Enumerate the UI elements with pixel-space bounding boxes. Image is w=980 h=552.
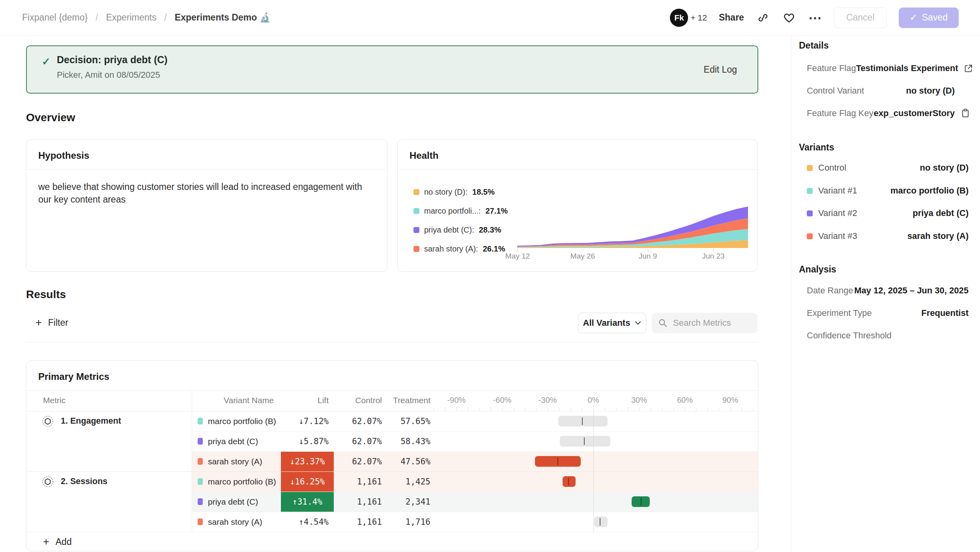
all-variants-dropdown[interactable]: All Variants [578, 313, 646, 333]
clipboard-copy-icon[interactable] [960, 109, 971, 118]
health-stacked-area-chart [517, 204, 748, 249]
variant-label: Variant #1 [818, 186, 857, 196]
zero-axis-line [593, 406, 594, 532]
table-row[interactable]: marco portfolio (B) ↓7.12% 62.07% 57.65% [192, 411, 758, 431]
detail-value-link[interactable]: Testimonials Experiment [856, 63, 958, 73]
cancel-button[interactable]: Cancel [834, 8, 887, 28]
plus-icon: + [43, 537, 49, 547]
variant-color-swatch [198, 498, 203, 505]
control-value: 62.07% [323, 431, 382, 451]
legend-swatch [413, 246, 419, 252]
legend-value: 27.1% [485, 207, 508, 216]
row-divider [192, 512, 758, 512]
metric-group-sessions[interactable]: 2. Sessions [42, 471, 107, 492]
axis-minor-tick [696, 407, 696, 411]
table-row[interactable]: marco portfolio (B) ↓16.25% 1,161 1,425 [192, 471, 758, 492]
axis-minor-tick [662, 407, 662, 411]
collaborators[interactable]: Fk + 12 [670, 9, 707, 27]
axis-minor-tick [434, 407, 434, 411]
ci-point-tick [600, 518, 600, 526]
confidence-interval-bar [558, 416, 608, 426]
table-row[interactable]: sarah story (A) ↑4.54% 1,161 1,716 [192, 512, 758, 532]
legend-label: priya debt (C): [424, 225, 474, 235]
legend-swatch [413, 227, 419, 233]
axis-tick-label: 0% [588, 396, 599, 405]
top-bar-actions: Fk + 12 Share ⋯ Cancel ✓ Saved [670, 0, 959, 35]
axis-minor-tick [559, 407, 559, 411]
sidebar-divider [791, 35, 791, 552]
ci-point-tick [582, 417, 583, 425]
external-link-icon[interactable] [964, 64, 973, 73]
axis-minor-tick [616, 407, 617, 411]
results-title: Results [26, 288, 66, 301]
variant-name: marco portfolio (B) [208, 477, 276, 486]
axis-minor-tick [628, 407, 628, 411]
health-legend-item: marco portfoli...: 27.1% [413, 207, 508, 215]
treatment-value: 1,716 [381, 512, 430, 532]
confidence-interval-bar [560, 436, 610, 447]
table-row[interactable]: sarah story (A) ↓23.37% 62.07% 47.56% [192, 451, 758, 471]
variant-color-swatch [198, 438, 203, 445]
axis-minor-tick [570, 407, 571, 411]
variant-label: Variant #2 [818, 208, 857, 218]
saved-button[interactable]: ✓ Saved [899, 8, 959, 28]
variant-color-swatch [807, 233, 813, 239]
confidence-interval-bar [632, 496, 650, 507]
ci-point-tick [584, 437, 585, 445]
axis-minor-tick [605, 407, 605, 411]
axis-tick-label: -90% [447, 396, 466, 405]
detail-row-feature-flag-key: Feature Flag Key exp_customerStory [807, 107, 971, 120]
axis-tick-label: -60% [493, 396, 512, 405]
variant-value: no story (D) [920, 163, 969, 173]
hypothesis-text[interactable]: we believe that showing customer stories… [38, 180, 378, 206]
control-value: 1,161 [323, 512, 382, 532]
table-row[interactable]: priya debt (C) ↑31.4% 1,161 2,341 [192, 492, 758, 512]
row-divider [192, 431, 758, 432]
favorite-heart-icon[interactable] [782, 11, 796, 25]
axis-minor-tick [593, 407, 594, 411]
more-options-icon[interactable]: ⋯ [808, 11, 822, 25]
add-metric-button[interactable]: + Add [26, 532, 758, 551]
x-axis-label: Jun 9 [639, 252, 657, 261]
copy-link-icon[interactable] [756, 11, 770, 25]
variant-value: sarah story (A) [907, 231, 969, 241]
axis-minor-tick [730, 407, 731, 411]
axis-minor-tick [742, 407, 742, 411]
decision-subtitle: Picker, Amit on 08/05/2025 [57, 70, 160, 80]
collaborator-count: + 12 [690, 13, 707, 23]
edit-log-button[interactable]: Edit Log [704, 46, 737, 93]
breadcrumb: Fixpanel {demo} / Experiments / Experime… [22, 0, 271, 35]
card-divider [26, 169, 387, 170]
treatment-value: 58.43% [381, 431, 430, 451]
hypothesis-card-title: Hypothesis [38, 150, 89, 161]
legend-swatch [413, 189, 419, 195]
variant-row-2: Variant #2 priya debt (C) [807, 207, 969, 220]
health-legend-item: priya debt (C): 28.3% [413, 225, 501, 234]
search-metrics-box [652, 313, 757, 333]
analysis-row-confidence-threshold: Confidence Threshold [807, 329, 969, 342]
variant-value: priya debt (C) [913, 208, 969, 218]
breadcrumb-experiments[interactable]: Experiments [106, 12, 157, 23]
metric-icon [42, 415, 54, 427]
axis-minor-tick [514, 407, 514, 411]
share-button[interactable]: Share [719, 12, 744, 23]
avatar[interactable]: Fk [670, 9, 688, 27]
metric-group-engagement[interactable]: 1. Engagement [42, 411, 121, 431]
variant-row-3: Variant #3 sarah story (A) [807, 229, 969, 243]
saved-button-label: Saved [922, 12, 948, 23]
all-variants-label: All Variants [583, 318, 630, 328]
plus-icon: + [36, 317, 42, 328]
analysis-row-experiment-type: Experiment Type Frequentist [807, 306, 969, 320]
legend-label: no story (D): [424, 188, 468, 197]
table-row[interactable]: priya debt (C) ↓5.87% 62.07% 58.43% [192, 431, 758, 451]
section-divider [26, 342, 757, 342]
col-header-metric: Metric [43, 396, 65, 405]
axis-minor-tick [502, 407, 503, 411]
control-value: 1,161 [323, 471, 382, 492]
add-label: Add [56, 537, 72, 547]
axis-minor-tick [491, 407, 491, 411]
confidence-interval-bar [594, 516, 608, 527]
search-metrics-input[interactable] [672, 317, 749, 329]
breadcrumb-project[interactable]: Fixpanel {demo} [22, 12, 88, 23]
add-filter-button[interactable]: + Filter [36, 314, 68, 332]
